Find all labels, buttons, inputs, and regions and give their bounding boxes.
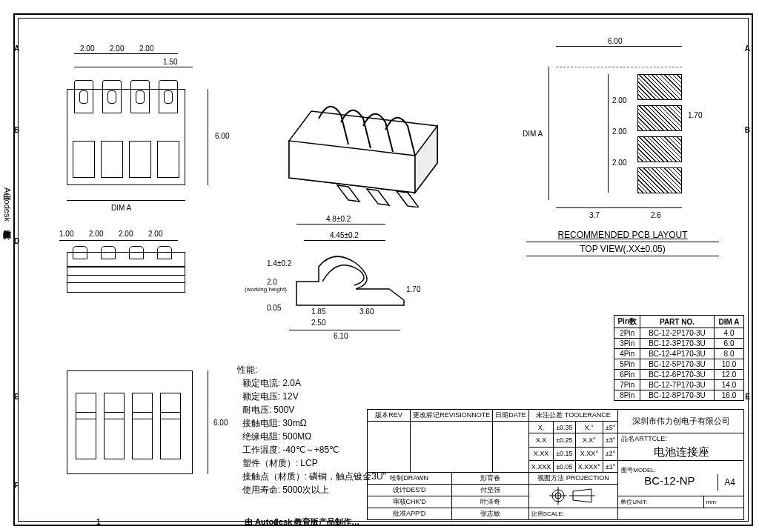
dim-line2 xyxy=(74,67,193,67)
table-row: 7PinBC-12-7P170-3U14.0 xyxy=(614,380,744,390)
bottom-view: 6.00 xyxy=(67,363,222,489)
dim-a-label: DIM A xyxy=(111,204,131,212)
zone-a-left: A xyxy=(14,44,19,53)
table-row: 5PinBC-12-5P170-3U10.0 xyxy=(614,359,744,370)
projection-symbol xyxy=(528,485,618,508)
table-header: Pin数 xyxy=(614,316,640,328)
spec-row: 额定电流: 2.0A xyxy=(237,376,422,390)
pcb-w: 6.00 xyxy=(608,37,622,45)
front-view: 2.00 2.00 2.00 1.50 6.00 DIM A xyxy=(59,44,222,207)
pad-3 xyxy=(637,136,682,162)
title-block: 版本REV 更改标记REVISIONNOTE 日期DATE 未注公差 TOOLE… xyxy=(367,409,744,520)
dim-pitch1: 2.00 xyxy=(80,44,94,53)
zone-a-right: A xyxy=(745,44,750,53)
spring-profile xyxy=(282,245,415,319)
zone-e-right: E xyxy=(745,393,750,401)
table-row: 6PinBC-12-6P170-3U12.0 xyxy=(614,370,744,380)
dim-height: 6.00 xyxy=(215,132,229,140)
table-row: 4PinBC-12-4P170-3U8.0 xyxy=(614,349,744,359)
side-section: 4.8±0.2 4.45±0.2 1.4±0.2 (working height… xyxy=(245,215,437,341)
pcb-layout: 6.00 2.00 2.00 2.00 1.70 DIM A 3.7 2.6 xyxy=(519,37,726,245)
zone-d-left: D xyxy=(14,237,19,245)
zone-f-left: F xyxy=(14,482,19,490)
isometric-view xyxy=(267,74,452,207)
zone-1: 1 xyxy=(96,518,101,526)
pad-2 xyxy=(637,105,682,131)
table-row: 8PinBC-12-8P170-3U16.0 xyxy=(614,390,744,401)
zone-e-left: E xyxy=(14,393,19,401)
part-number-table: Pin数PART NO.DIM A 2PinBC-12-2P170-3U4.03… xyxy=(614,315,744,401)
pad-1 xyxy=(637,74,682,100)
dim-pitch2: 2.00 xyxy=(110,44,124,53)
dim-pitch3: 2.00 xyxy=(139,44,153,53)
dim-line xyxy=(74,53,178,54)
table-header: PART NO. xyxy=(640,316,715,328)
table-row: 2PinBC-12-2P170-3U4.0 xyxy=(614,328,744,339)
table-row: 3PinBC-12-3P170-3U6.0 xyxy=(614,339,744,349)
spec-row: 额定电压: 12V xyxy=(237,390,422,403)
pcb-title: RECOMMENDED PCB LAYOUT TOP VIEW(.XX±0.05… xyxy=(526,230,719,256)
zone-b-right: B xyxy=(745,126,750,134)
watermark-left: 由 Autodesk 教育版产品制作 xyxy=(1,185,13,224)
table-header: DIM A xyxy=(715,316,744,328)
watermark-bottom: 由 Autodesk 教育版产品制作… xyxy=(245,516,359,528)
drawing-outer-frame: A B D E F A B E 1 2 2.00 2.00 2.00 1.50 xyxy=(13,13,753,526)
dim-offset: 1.50 xyxy=(163,58,177,66)
zone-b-left: B xyxy=(14,126,19,134)
height-dim-line xyxy=(208,89,208,185)
pad-4 xyxy=(637,167,682,193)
top-view: 1.00 2.00 2.00 2.00 xyxy=(59,230,208,311)
